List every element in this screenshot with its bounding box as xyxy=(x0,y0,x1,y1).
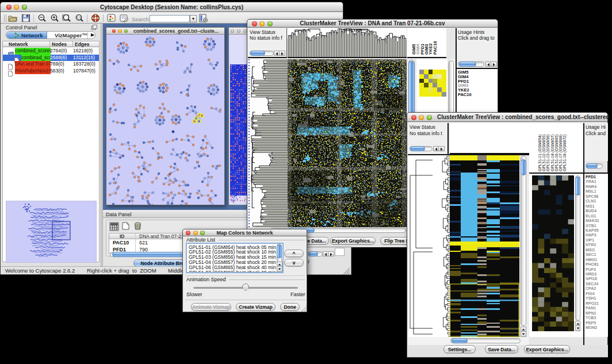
svg-text:1:1: 1:1 xyxy=(77,16,81,19)
